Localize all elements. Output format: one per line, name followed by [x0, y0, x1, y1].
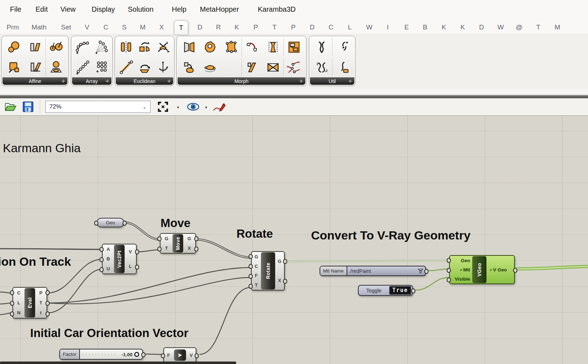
output-nub-G[interactable] [283, 259, 287, 264]
input-nub-Mtl[interactable] [447, 268, 451, 273]
transform-icon[interactable] [154, 38, 172, 56]
menu-metahopper[interactable]: MetaHopper [200, 5, 239, 13]
move-vector-icon[interactable] [117, 58, 135, 77]
filter-funnel-icon[interactable] [418, 269, 423, 274]
shear-icon[interactable] [24, 38, 45, 56]
tab-s-5[interactable]: S [122, 20, 127, 34]
input-nub-G[interactable] [249, 254, 253, 259]
tab-p-14[interactable]: P [291, 20, 296, 34]
amplitude-component[interactable]: F➤V [163, 347, 196, 363]
tab-i-19[interactable]: I [387, 20, 388, 34]
rotate-plane-icon[interactable] [135, 58, 154, 77]
tab-d-9[interactable]: D [197, 20, 202, 34]
rotate-axis-icon[interactable] [154, 58, 172, 77]
grasshopper-canvas[interactable]: Mtl Name /redPaint Toggle True Factor -1… [0, 115, 588, 364]
output-nub-X[interactable] [283, 279, 287, 284]
output-nub-T[interactable] [45, 301, 50, 306]
save-file-icon[interactable] [21, 100, 35, 115]
output-nub-V[interactable] [195, 353, 199, 358]
curve-array-icon[interactable] [73, 38, 92, 56]
rotate-pivot-icon[interactable] [45, 38, 67, 56]
menu-karamba3d[interactable]: Karamba3D [258, 5, 296, 13]
graft-icon[interactable] [311, 38, 332, 56]
slider-track[interactable]: -1.00 [80, 349, 142, 359]
input-nub-C[interactable] [10, 290, 14, 295]
tab-math-1[interactable]: Math [32, 20, 47, 34]
menu-solution[interactable]: Solution [128, 5, 153, 13]
group-expand-icon[interactable]: ✚ [167, 79, 171, 84]
zoom-extents-icon[interactable] [156, 100, 170, 115]
input-nub[interactable] [94, 221, 98, 226]
taper-icon[interactable] [262, 38, 283, 56]
component-name-bar[interactable]: VGeo [472, 256, 486, 283]
move-component[interactable]: GTMoveGX [160, 233, 196, 254]
tab-e-20[interactable]: E [404, 20, 409, 34]
menu-file[interactable]: File [10, 5, 21, 13]
input-nub-A[interactable] [99, 247, 104, 252]
input-nub-L[interactable] [10, 301, 14, 306]
tab-t-13[interactable]: T [272, 20, 277, 34]
tab-b-21[interactable]: B [423, 20, 428, 34]
point-deform-icon[interactable] [283, 58, 305, 77]
component-name-bar[interactable]: Eval [24, 288, 35, 318]
tab-@-26[interactable]: @ [516, 20, 522, 34]
geo-param[interactable]: Geo [97, 218, 124, 227]
input-nub-F[interactable] [249, 274, 253, 279]
flatten-icon[interactable] [311, 58, 332, 77]
scale-box-icon[interactable] [4, 58, 24, 77]
output-nub-V[interactable] [135, 249, 139, 254]
mirror-icon[interactable] [117, 38, 135, 56]
panel-value[interactable]: /redPaint [347, 268, 418, 274]
boolean-toggle[interactable]: Toggle True [358, 285, 413, 296]
tab-p-12[interactable]: P [254, 20, 258, 34]
freeform-morph-icon[interactable] [220, 38, 241, 56]
chevron-down-icon[interactable]: ⌄ [142, 101, 147, 112]
menu-help[interactable]: Help [172, 5, 186, 13]
tab-t-8[interactable]: T [174, 20, 188, 34]
input-nub-C[interactable] [249, 264, 253, 269]
input-nub-T[interactable] [157, 247, 162, 252]
tab-c-16[interactable]: C [328, 20, 333, 34]
group-expand-icon[interactable]: ✚ [61, 79, 65, 84]
vec2pt-component[interactable]: ABUVec2PtVL [102, 244, 137, 274]
rect-array-icon[interactable] [92, 58, 111, 77]
rewrap-icon[interactable] [332, 38, 354, 56]
slider-output-nub[interactable] [141, 352, 146, 357]
output-nub[interactable] [123, 221, 127, 226]
output-nub-t[interactable] [45, 311, 50, 316]
tab-t-27[interactable]: T [536, 20, 540, 34]
sketch-pen-icon[interactable] [212, 100, 227, 115]
group-expand-icon[interactable]: ✚ [299, 79, 303, 84]
twist-icon[interactable] [200, 38, 220, 56]
menu-view[interactable]: View [60, 5, 76, 13]
rotate-component[interactable]: GCFTRotateGX [251, 251, 285, 291]
zoom-dropdown-icon[interactable]: ▼ [176, 106, 180, 109]
tab-d-15[interactable]: D [310, 20, 315, 34]
toggle-output-nub[interactable] [411, 288, 415, 293]
orient-icon[interactable] [135, 38, 154, 56]
output-nub-P[interactable] [45, 290, 50, 295]
input-nub-T[interactable] [249, 284, 253, 289]
tab-k-22[interactable]: K [442, 20, 446, 34]
group-expand-icon[interactable]: ✚ [105, 79, 109, 84]
project-icon[interactable] [45, 58, 67, 77]
tab-k-23[interactable]: K [461, 20, 465, 34]
material-name-panel[interactable]: Mtl Name /redPaint [320, 266, 426, 276]
input-nub-Geo[interactable] [447, 258, 451, 263]
eval-component[interactable]: CLNEvalPTt [12, 287, 47, 319]
tab-c-4[interactable]: C [103, 20, 108, 34]
menu-display[interactable]: Display [92, 5, 115, 13]
output-nub-X[interactable] [194, 247, 198, 252]
component-name-bar[interactable]: Vec2Pt [114, 245, 125, 273]
tab-r-10[interactable]: R [216, 20, 221, 34]
polar-array-icon[interactable] [92, 38, 111, 56]
tab-l-17[interactable]: L [348, 20, 352, 34]
tab-w-25[interactable]: W [497, 20, 504, 34]
scale-icon[interactable] [4, 38, 24, 56]
open-file-icon[interactable] [4, 100, 17, 115]
box-morph-icon[interactable] [283, 38, 305, 56]
sporph-icon[interactable] [200, 58, 220, 77]
slider-knob[interactable] [134, 352, 139, 357]
vgeo-component[interactable]: Geo• MtlVisibleVGeo• V Geo [449, 255, 515, 284]
flip-icon[interactable] [262, 58, 283, 77]
